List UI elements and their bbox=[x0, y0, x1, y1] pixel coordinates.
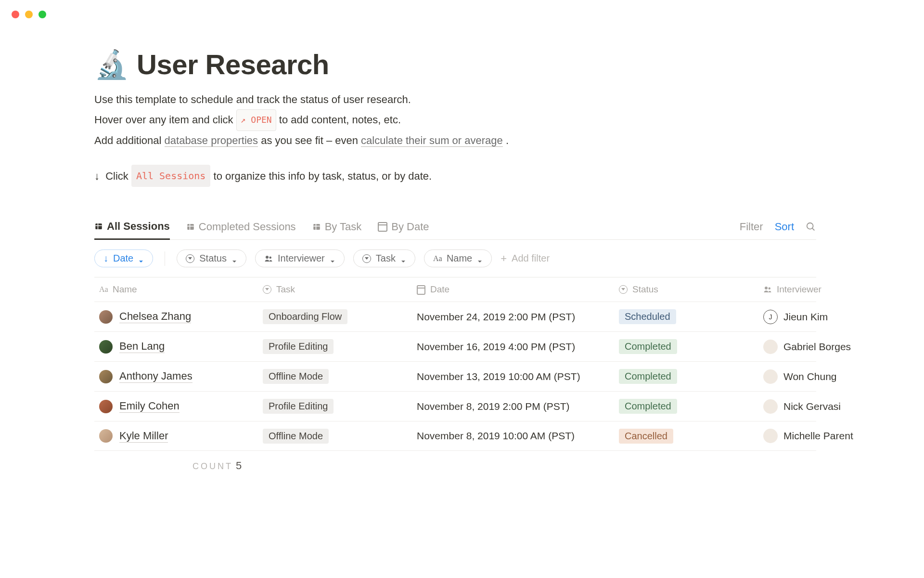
cell-interviewer[interactable]: JJieun Kim bbox=[758, 310, 924, 324]
close-window-button[interactable] bbox=[12, 11, 19, 18]
view-tab-completed-sessions[interactable]: Completed Sessions bbox=[186, 214, 296, 240]
svg-point-11 bbox=[266, 256, 269, 259]
cell-status[interactable]: Scheduled bbox=[614, 309, 758, 324]
view-tab-label: Completed Sessions bbox=[199, 221, 296, 233]
cell-date[interactable]: November 8, 2019 10:00 AM (PST) bbox=[412, 430, 614, 442]
col-header-task[interactable]: Task bbox=[258, 284, 412, 295]
table-row[interactable]: Emily CohenProfile EditingNovember 8, 20… bbox=[94, 391, 816, 421]
link-calculate[interactable]: calculate their sum or average bbox=[361, 134, 503, 147]
search-icon[interactable] bbox=[806, 222, 816, 232]
minimize-window-button[interactable] bbox=[25, 11, 33, 18]
cell-status[interactable]: Completed bbox=[614, 369, 758, 384]
cell-name[interactable]: Emily Cohen bbox=[94, 400, 258, 413]
svg-rect-3 bbox=[187, 224, 194, 230]
desc-line-2-post: to add content, notes, etc. bbox=[279, 114, 401, 126]
cell-date[interactable]: November 16, 2019 4:00 PM (PST) bbox=[412, 341, 614, 353]
cell-date[interactable]: November 8, 2019 2:00 PM (PST) bbox=[412, 401, 614, 412]
plus-icon: + bbox=[500, 253, 507, 264]
cell-date[interactable]: November 13, 2019 10:00 AM (PST) bbox=[412, 371, 614, 382]
user-avatar bbox=[99, 400, 113, 413]
filter-chip-status[interactable]: Status bbox=[177, 250, 246, 267]
svg-line-10 bbox=[812, 228, 815, 231]
add-filter-button[interactable]: + Add filter bbox=[500, 253, 550, 264]
cell-task[interactable]: Offline Mode bbox=[258, 429, 412, 444]
cell-name[interactable]: Anthony James bbox=[94, 370, 258, 383]
view-tab-all-sessions[interactable]: All Sessions bbox=[94, 214, 170, 240]
filter-chip-label: Status bbox=[199, 253, 227, 264]
table-row[interactable]: Kyle MillerOffline ModeNovember 8, 2019 … bbox=[94, 421, 816, 451]
page-title[interactable]: User Research bbox=[137, 48, 329, 80]
interviewer-name: Gabriel Borges bbox=[783, 341, 851, 353]
table-row[interactable]: Chelsea ZhangOnboarding FlowNovember 24,… bbox=[94, 302, 816, 331]
interviewer-name: Won Chung bbox=[783, 371, 837, 382]
cell-date[interactable]: November 24, 2019 2:00 PM (PST) bbox=[412, 311, 614, 323]
view-tab-label: By Date bbox=[391, 221, 429, 233]
hint-pre: Click bbox=[105, 170, 131, 182]
table-row[interactable]: Ben LangProfile EditingNovember 16, 2019… bbox=[94, 331, 816, 361]
text-property-icon: Aa bbox=[99, 285, 108, 294]
chevron-down-icon bbox=[477, 256, 483, 262]
sort-direction-icon: ↓ bbox=[103, 253, 108, 264]
filter-chip-interviewer[interactable]: Interviewer bbox=[255, 250, 345, 267]
sort-chip-date[interactable]: ↓ Date bbox=[94, 250, 153, 267]
people-property-icon bbox=[763, 285, 772, 294]
select-property-icon bbox=[362, 254, 371, 263]
sort-button[interactable]: Sort bbox=[775, 221, 794, 233]
task-tag: Offline Mode bbox=[263, 429, 329, 444]
table-icon bbox=[186, 223, 195, 231]
maximize-window-button[interactable] bbox=[38, 11, 46, 18]
filter-chip-task[interactable]: Task bbox=[353, 250, 415, 267]
cell-interviewer[interactable]: Won Chung bbox=[758, 369, 924, 384]
cell-name[interactable]: Ben Lang bbox=[94, 340, 258, 354]
cell-task[interactable]: Profile Editing bbox=[258, 399, 412, 414]
chevron-down-icon bbox=[138, 256, 144, 262]
cell-interviewer[interactable]: Michelle Parent bbox=[758, 429, 924, 443]
table-icon bbox=[94, 222, 103, 231]
col-header-status[interactable]: Status bbox=[614, 284, 758, 295]
filter-button[interactable]: Filter bbox=[740, 221, 763, 233]
link-db-properties[interactable]: database properties bbox=[165, 134, 258, 147]
cell-task[interactable]: Offline Mode bbox=[258, 369, 412, 384]
cell-task[interactable]: Onboarding Flow bbox=[258, 309, 412, 324]
down-arrow-icon: ↓ bbox=[94, 167, 100, 186]
row-name: Kyle Miller bbox=[119, 430, 168, 443]
cell-name[interactable]: Kyle Miller bbox=[94, 429, 258, 443]
desc-line-3-mid: as you see fit – even bbox=[261, 134, 361, 146]
interviewer-avatar bbox=[763, 369, 778, 384]
interviewer-name: Nick Gervasi bbox=[783, 401, 841, 412]
view-tab-by-date[interactable]: By Date bbox=[378, 214, 429, 240]
svg-point-13 bbox=[765, 287, 768, 289]
svg-rect-6 bbox=[313, 224, 320, 230]
col-header-name-label: Name bbox=[113, 284, 137, 295]
cell-task[interactable]: Profile Editing bbox=[258, 339, 412, 354]
filter-chip-label: Name bbox=[447, 253, 472, 264]
all-sessions-chip[interactable]: All Sessions bbox=[131, 165, 211, 187]
page-description: Use this template to schedule and track … bbox=[94, 90, 816, 187]
table-row[interactable]: Anthony JamesOffline ModeNovember 13, 20… bbox=[94, 361, 816, 391]
svg-point-9 bbox=[807, 223, 813, 229]
cell-interviewer[interactable]: Nick Gervasi bbox=[758, 399, 924, 414]
interviewer-avatar: J bbox=[763, 310, 778, 324]
col-header-task-label: Task bbox=[276, 284, 295, 295]
status-tag: Completed bbox=[619, 399, 677, 414]
view-tab-by-task[interactable]: By Task bbox=[312, 214, 362, 240]
page-icon[interactable]: 🔬 bbox=[94, 51, 129, 79]
interviewer-avatar bbox=[763, 399, 778, 414]
col-header-interviewer[interactable]: Interviewer bbox=[758, 284, 924, 295]
filter-chip-name[interactable]: AaName bbox=[424, 250, 492, 267]
open-chip-label: OPEN bbox=[251, 115, 271, 125]
cell-interviewer[interactable]: Gabriel Borges bbox=[758, 340, 924, 354]
cell-name[interactable]: Chelsea Zhang bbox=[94, 310, 258, 324]
cell-status[interactable]: Cancelled bbox=[614, 429, 758, 444]
calendar-icon bbox=[378, 222, 387, 232]
cell-status[interactable]: Completed bbox=[614, 399, 758, 414]
col-header-name[interactable]: Aa Name bbox=[94, 284, 258, 295]
filter-chip-label: Interviewer bbox=[278, 253, 325, 264]
row-name: Ben Lang bbox=[119, 340, 165, 353]
table-icon bbox=[312, 223, 321, 231]
task-tag: Profile Editing bbox=[263, 399, 334, 414]
cell-status[interactable]: Completed bbox=[614, 339, 758, 354]
interviewer-avatar bbox=[763, 340, 778, 354]
desc-line-2-pre: Hover over any item and click bbox=[94, 114, 236, 126]
col-header-date[interactable]: Date bbox=[412, 284, 614, 295]
